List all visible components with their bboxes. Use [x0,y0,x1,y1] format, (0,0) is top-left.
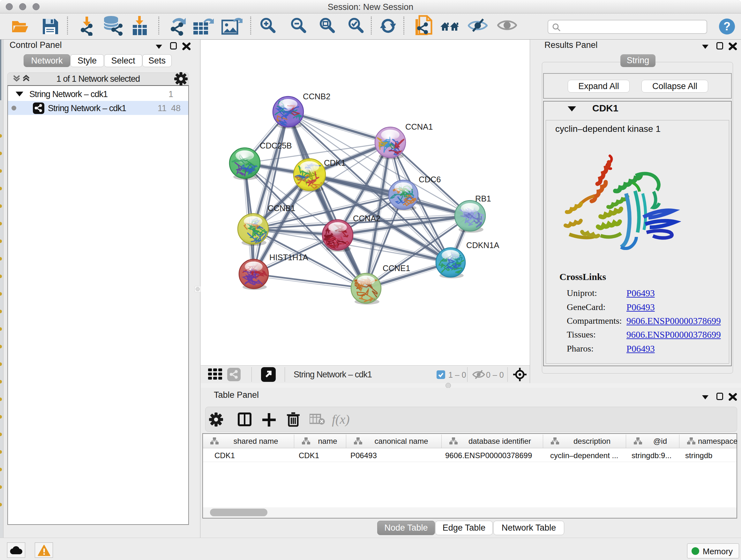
svg-text:CDC25B: CDC25B [260,141,292,150]
svg-text:HIST1H1A: HIST1H1A [269,253,308,262]
svg-text:CCNA1: CCNA1 [405,122,433,131]
svg-text:CDC6: CDC6 [419,175,441,184]
svg-text:CDKN1A: CDKN1A [466,241,499,250]
svg-text:CCNB2: CCNB2 [303,92,330,101]
svg-text:CCNA2: CCNA2 [353,214,381,223]
svg-text:CDK1: CDK1 [324,159,346,167]
svg-text:CCNB1: CCNB1 [268,204,295,212]
svg-text:CCNE1: CCNE1 [383,264,410,273]
svg-text:RB1: RB1 [475,194,491,203]
